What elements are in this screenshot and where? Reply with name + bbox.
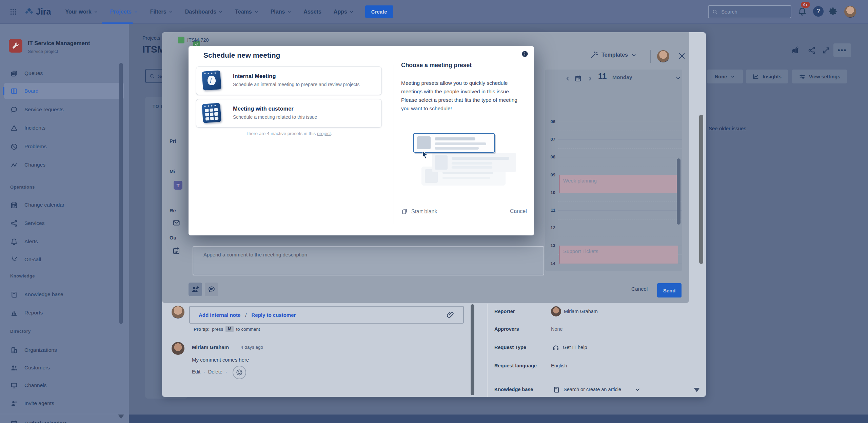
view-settings-button[interactable]: View settings — [792, 70, 847, 83]
issue-scrollbar[interactable] — [699, 115, 703, 264]
sidebar-item-invite-agents[interactable]: Invite agents — [0, 397, 129, 410]
sidebar-item-change-calendar[interactable]: Change calendar — [0, 198, 129, 212]
sidebar-bottom-divider — [0, 414, 129, 414]
nav-assets[interactable]: Assets — [303, 9, 321, 15]
nav-projects[interactable]: Projects — [110, 9, 138, 15]
insights-button[interactable]: Insights — [746, 70, 788, 83]
calendar-scrollbar[interactable] — [677, 158, 680, 225]
sidebar-item-alerts[interactable]: Alerts — [0, 235, 129, 248]
issue-key[interactable]: ITSM-720 — [187, 37, 209, 43]
sidebar-item-problems[interactable]: Problems — [0, 140, 129, 153]
teams-icon: T — [174, 181, 182, 190]
sidebar-scroll-down-arrow[interactable] — [118, 415, 124, 419]
sidebar-item-changes[interactable]: Changes — [0, 158, 129, 172]
preset-internal-meeting[interactable]: Internal Meeting Schedule an internal me… — [196, 66, 382, 95]
drag-handle-icon[interactable] — [193, 52, 201, 60]
meeting-comment-input[interactable]: Append a comment to the meeting descript… — [193, 246, 544, 275]
more-actions-button[interactable]: ••• — [833, 43, 851, 57]
sidebar-item-outlook-calendars[interactable]: Outlook calendars — [0, 417, 129, 423]
calendar-day-name: Monday — [612, 74, 632, 80]
day-calendar: 11 Monday 06 07 08 09 10 11 12 13 14 15 … — [545, 70, 682, 271]
nav-apps[interactable]: Apps — [334, 9, 354, 15]
global-search-input[interactable]: Search — [708, 5, 791, 18]
add-attendees-button[interactable] — [189, 283, 202, 296]
outlook-calendars-icon — [10, 420, 18, 423]
comment-composer[interactable]: Add internal note / Reply to customer — [189, 306, 464, 324]
sidebar-item-customers[interactable]: Customers — [0, 361, 129, 374]
sidebar-item-board[interactable]: Board — [0, 84, 129, 98]
attachment-icon[interactable] — [446, 311, 454, 319]
see-older-issues-link[interactable]: See older issues — [709, 126, 746, 131]
sidebar-item-queues[interactable]: Queues — [0, 66, 129, 80]
sidebar-item-reports[interactable]: Reports — [0, 306, 129, 320]
emoji-icon — [236, 369, 243, 376]
sidebar-scrollbar[interactable] — [119, 63, 123, 324]
sidebar-item-organizations[interactable]: Organizations — [0, 343, 129, 357]
user-avatar[interactable] — [844, 6, 856, 18]
nav-teams[interactable]: Teams — [235, 9, 258, 15]
sidebar-item-knowledge-base[interactable]: Knowledge base — [0, 288, 129, 301]
jira-wordmark[interactable]: Jira — [36, 7, 51, 17]
dot-separator: · — [203, 369, 205, 374]
nav-plans[interactable]: Plans — [271, 9, 292, 15]
start-blank-button[interactable]: Start blank — [401, 208, 437, 215]
nav-your-work[interactable]: Your work — [65, 9, 98, 15]
scheduler-cancel-button[interactable]: Cancel — [631, 286, 648, 292]
approvers-value[interactable]: None — [551, 326, 563, 332]
calendar-today-icon[interactable] — [574, 75, 582, 82]
organizer-avatar[interactable] — [657, 50, 669, 62]
hour-label: 08 — [545, 154, 555, 159]
jira-logo-icon[interactable] — [24, 7, 34, 17]
nav-dashboards[interactable]: Dashboards — [185, 9, 223, 15]
calendar-event[interactable]: Week planning — [559, 175, 678, 193]
calendar-event[interactable]: Support Tickets — [559, 246, 678, 264]
close-icon[interactable] — [677, 52, 686, 60]
calendar-next-icon[interactable] — [587, 76, 593, 81]
request-type-value[interactable]: Get IT help — [563, 345, 587, 350]
create-button[interactable]: Create — [365, 5, 393, 18]
reply-to-customer-tab[interactable]: Reply to customer — [252, 312, 296, 318]
project-link[interactable]: project — [317, 131, 331, 136]
settings-gear-icon[interactable] — [829, 7, 838, 16]
sidebar-item-incidents[interactable]: Incidents — [0, 121, 129, 135]
nav-active-underline — [102, 22, 133, 24]
comment-edit-link[interactable]: Edit — [192, 369, 200, 374]
chevron-down-icon[interactable] — [635, 387, 640, 392]
chevron-down-icon — [631, 53, 636, 58]
service-requests-icon — [10, 106, 18, 114]
comment-author[interactable]: Miriam Graham — [192, 344, 229, 350]
modal-cancel-button[interactable]: Cancel — [510, 208, 527, 214]
group-by-dropdown[interactable]: None — [707, 70, 743, 83]
nav-filters[interactable]: Filters — [150, 9, 173, 15]
expand-icon[interactable] — [822, 46, 830, 55]
notifications-icon[interactable] — [797, 7, 807, 16]
details-scroll-down-arrow[interactable] — [694, 388, 700, 392]
dialog-scrollbar[interactable] — [471, 304, 474, 395]
sidebar-item-on-call[interactable]: On-call — [0, 253, 129, 266]
add-reaction-button[interactable] — [233, 366, 246, 379]
hour-label: 09 — [545, 172, 555, 177]
sidebar-item-channels[interactable]: Channels — [0, 379, 129, 392]
add-internal-note-tab[interactable]: Add internal note — [199, 312, 240, 318]
info-icon[interactable] — [521, 50, 529, 58]
queues-icon — [10, 70, 18, 77]
sidebar-item-services[interactable]: Services — [0, 216, 129, 230]
help-button[interactable]: ? — [813, 6, 824, 17]
calendar-prev-icon[interactable] — [565, 76, 571, 81]
breadcrumb[interactable]: Projects — [142, 35, 162, 41]
alerts-icon — [10, 238, 18, 246]
reporter-value[interactable]: Miriam Graham — [564, 309, 598, 314]
send-button[interactable]: Send — [657, 283, 682, 297]
comment-toggle-button[interactable] — [205, 283, 218, 296]
knowledge-base-value[interactable]: Search or create an article — [564, 387, 621, 392]
calendar-view-chevron[interactable] — [675, 75, 681, 81]
app-switcher-icon[interactable] — [9, 8, 17, 16]
header-divider — [650, 50, 651, 63]
comment-delete-link[interactable]: Delete — [208, 369, 222, 374]
feedback-icon[interactable] — [791, 46, 800, 55]
request-language-value[interactable]: English — [551, 363, 567, 368]
preset-meeting-with-customer[interactable]: Meeting with customer Schedule a meeting… — [196, 99, 382, 128]
sidebar-item-service-requests[interactable]: Service requests — [0, 103, 129, 116]
templates-button[interactable]: Templates — [590, 51, 636, 59]
share-icon[interactable] — [808, 46, 816, 55]
